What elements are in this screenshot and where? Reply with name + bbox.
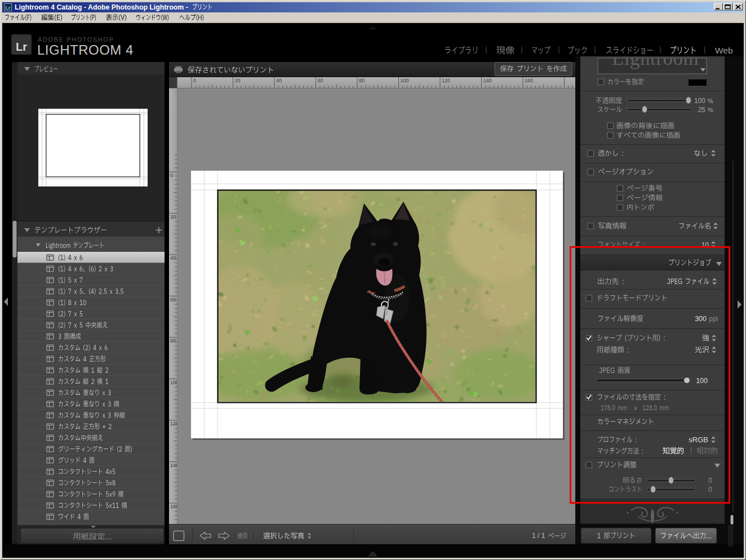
svg-text:%: % — [708, 97, 713, 104]
svg-text:ppi: ppi — [709, 315, 718, 323]
svg-text:Web: Web — [715, 46, 733, 55]
svg-text:100: 100 — [696, 377, 708, 385]
svg-text:300: 300 — [695, 315, 707, 323]
svg-text:0: 0 — [170, 172, 173, 178]
svg-text:140: 140 — [483, 78, 492, 83]
svg-text:120: 120 — [442, 78, 450, 83]
svg-text:%: % — [708, 106, 713, 113]
svg-text:60: 60 — [318, 78, 323, 83]
svg-text:40: 40 — [170, 255, 176, 261]
svg-text:sRGB: sRGB — [689, 435, 708, 444]
svg-text:20: 20 — [235, 78, 241, 83]
svg-text:1 / 1: 1 / 1 — [532, 532, 545, 540]
svg-text:100: 100 — [401, 78, 409, 83]
svg-text:0: 0 — [708, 486, 712, 494]
svg-text:0: 0 — [708, 477, 712, 485]
svg-text:25: 25 — [698, 106, 706, 114]
svg-text:80: 80 — [359, 78, 365, 83]
svg-text:LIGHTROOM 4: LIGHTROOM 4 — [37, 42, 134, 57]
svg-text:100: 100 — [694, 97, 705, 105]
svg-text:60: 60 — [170, 297, 176, 303]
svg-text:40: 40 — [276, 78, 282, 83]
svg-text:Lr: Lr — [16, 41, 27, 53]
svg-text:20: 20 — [170, 214, 176, 220]
svg-text:Lightroom 4 Catalog - Adobe Ph: Lightroom 4 Catalog - Adobe Photoshop Li… — [15, 3, 188, 11]
svg-text:80: 80 — [170, 338, 176, 344]
svg-text:160: 160 — [525, 78, 533, 83]
svg-text:0: 0 — [193, 78, 196, 83]
svg-text:Lr: Lr — [6, 5, 11, 11]
